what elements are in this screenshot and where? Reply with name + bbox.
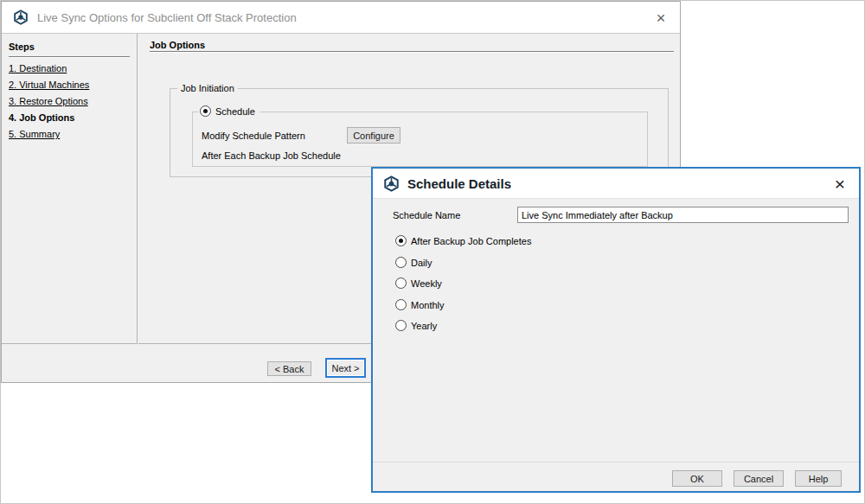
sidebar-item-virtual-machines[interactable]: 2. Virtual Machines xyxy=(9,79,130,91)
radio-label: Weekly xyxy=(411,278,442,289)
steps-header: Steps xyxy=(9,41,130,56)
radio-weekly[interactable]: Weekly xyxy=(395,277,442,290)
radio-yearly[interactable]: Yearly xyxy=(395,319,437,332)
close-icon: × xyxy=(657,10,666,26)
live-sync-titlebar: Live Sync Options for Subclient Off Stac… xyxy=(2,2,680,34)
modify-schedule-pattern-label: Modify Schedule Pattern xyxy=(202,131,305,141)
steps-sidebar: Steps 1. Destination 2. Virtual Machines… xyxy=(2,34,138,344)
live-sync-close-button[interactable]: × xyxy=(649,8,673,28)
after-each-backup-schedule-label: After Each Backup Job Schedule xyxy=(202,150,341,161)
screen: Live Sync Options for Subclient Off Stac… xyxy=(0,0,865,504)
radio-indicator xyxy=(395,278,407,289)
sidebar-item-restore-options[interactable]: 3. Restore Options xyxy=(9,95,130,107)
close-icon: × xyxy=(835,175,845,193)
job-initiation-groupbox: Job Initiation Schedule Modify Schedule … xyxy=(170,88,669,177)
schedule-details-close-button[interactable]: × xyxy=(828,174,852,194)
commvault-logo-icon xyxy=(13,10,29,25)
radio-indicator xyxy=(395,235,407,246)
radio-label: Yearly xyxy=(411,321,437,331)
live-sync-window-title: Live Sync Options for Subclient Off Stac… xyxy=(37,11,297,24)
schedule-groupbox: Schedule Modify Schedule Pattern Configu… xyxy=(192,112,648,167)
sidebar-item-summary[interactable]: 5. Summary xyxy=(9,128,130,140)
page-title-rule xyxy=(150,51,674,52)
schedule-details-dialog: Schedule Details × Schedule Name After B… xyxy=(371,167,861,493)
radio-daily[interactable]: Daily xyxy=(395,256,432,269)
schedule-name-label: Schedule Name xyxy=(393,210,460,220)
ok-button[interactable]: OK xyxy=(672,470,722,487)
radio-monthly[interactable]: Monthly xyxy=(395,298,445,311)
radio-label: Monthly xyxy=(411,300,445,310)
radio-indicator xyxy=(395,299,407,310)
configure-button[interactable]: Configure xyxy=(347,127,400,144)
radio-label: Daily xyxy=(411,258,432,268)
radio-after-backup-job-completes[interactable]: After Backup Job Completes xyxy=(395,234,531,247)
schedule-details-window-title: Schedule Details xyxy=(407,176,511,191)
footer-separator xyxy=(373,462,859,463)
schedule-name-input[interactable] xyxy=(517,207,849,223)
schedule-details-footer: OK Cancel Help xyxy=(672,470,842,488)
steps-header-rule xyxy=(9,56,130,57)
radio-indicator xyxy=(395,257,407,268)
schedule-details-titlebar: Schedule Details × xyxy=(373,169,859,199)
radio-indicator xyxy=(395,320,407,331)
schedule-radio-label: Schedule xyxy=(215,106,255,117)
help-button[interactable]: Help xyxy=(795,470,842,487)
schedule-radio-indicator xyxy=(200,105,211,117)
page-title: Job Options xyxy=(150,40,205,50)
cancel-button[interactable]: Cancel xyxy=(734,470,784,487)
sidebar-item-destination[interactable]: 1. Destination xyxy=(9,62,130,74)
schedule-radio-option[interactable]: Schedule xyxy=(198,105,260,117)
next-button[interactable]: Next > xyxy=(325,358,366,378)
back-button[interactable]: < Back xyxy=(267,361,311,376)
sidebar-item-job-options: 4. Job Options xyxy=(9,112,130,124)
commvault-logo-icon xyxy=(383,175,400,192)
job-initiation-label: Job Initiation xyxy=(177,84,238,93)
radio-label: After Backup Job Completes xyxy=(411,236,531,246)
